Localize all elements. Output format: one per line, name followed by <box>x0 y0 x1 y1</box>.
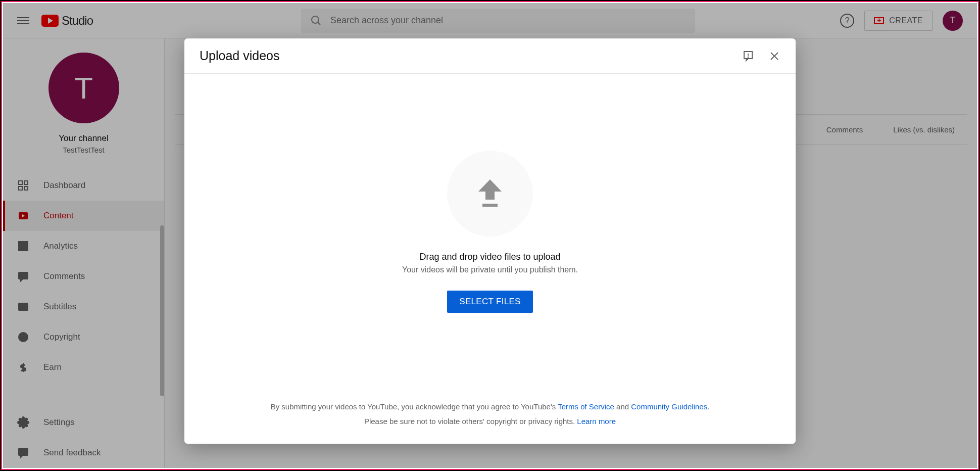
modal-body: Drag and drop video files to upload Your… <box>184 74 796 390</box>
upload-arrow-icon <box>477 179 503 208</box>
footer-text: By submitting your videos to YouTube, yo… <box>271 402 558 411</box>
send-feedback-icon[interactable] <box>742 50 754 62</box>
tos-link[interactable]: Terms of Service <box>558 402 614 411</box>
select-files-button[interactable]: SELECT FILES <box>447 291 532 313</box>
svg-marker-28 <box>478 179 502 200</box>
modal-title: Upload videos <box>200 49 279 63</box>
drop-title: Drag and drop video files to upload <box>419 252 560 262</box>
svg-rect-29 <box>482 204 498 207</box>
upload-modal: Upload videos Drag and drop video files … <box>184 38 796 444</box>
footer-text: . <box>707 402 709 411</box>
svg-point-25 <box>748 57 749 57</box>
guidelines-link[interactable]: Community Guidelines <box>631 402 707 411</box>
drop-subtitle: Your videos will be private until you pu… <box>402 265 578 274</box>
modal-header: Upload videos <box>184 38 796 74</box>
learn-more-link[interactable]: Learn more <box>577 417 616 426</box>
close-icon[interactable] <box>768 50 780 62</box>
upload-dropzone[interactable] <box>447 151 533 237</box>
footer-text: and <box>614 402 631 411</box>
modal-footer: By submitting your videos to YouTube, yo… <box>184 390 796 444</box>
footer-text: Please be sure not to violate others' co… <box>364 417 577 426</box>
